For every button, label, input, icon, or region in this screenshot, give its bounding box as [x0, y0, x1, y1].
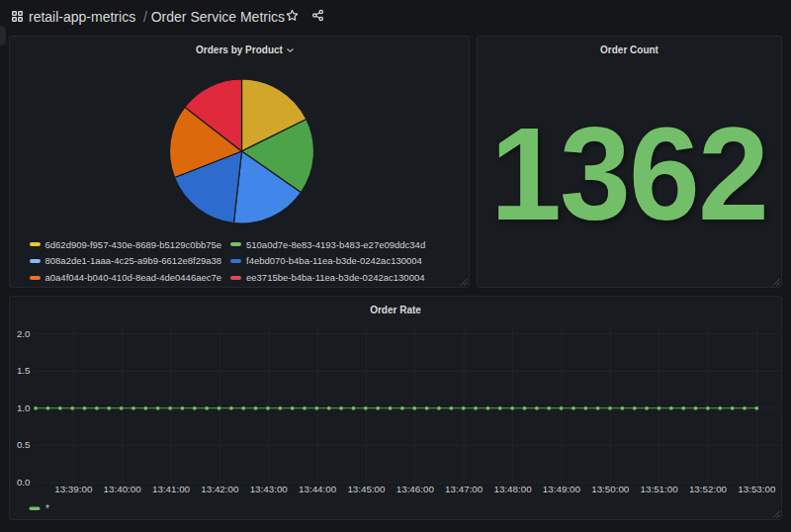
svg-text:13:40:00: 13:40:00: [104, 484, 142, 494]
svg-text:13:49:00: 13:49:00: [543, 484, 581, 494]
svg-text:13:53:00: 13:53:00: [738, 484, 776, 494]
svg-text:13:41:00: 13:41:00: [152, 484, 191, 494]
svg-text:*: *: [45, 503, 49, 514]
svg-text:13:50:00: 13:50:00: [591, 484, 630, 494]
svg-text:13:42:00: 13:42:00: [201, 484, 239, 494]
svg-text:0.0: 0.0: [17, 477, 31, 488]
svg-text:13:48:00: 13:48:00: [493, 484, 532, 494]
svg-text:1.0: 1.0: [17, 402, 31, 413]
svg-text:13:44:00: 13:44:00: [299, 484, 337, 494]
svg-text:13:43:00: 13:43:00: [250, 484, 289, 494]
svg-text:13:52:00: 13:52:00: [689, 484, 728, 494]
svg-text:2.0: 2.0: [17, 328, 31, 339]
svg-text:13:47:00: 13:47:00: [445, 484, 483, 494]
svg-text:13:45:00: 13:45:00: [347, 484, 386, 494]
svg-text:13:39:00: 13:39:00: [54, 484, 93, 494]
svg-text:1.5: 1.5: [17, 365, 31, 376]
svg-text:13:46:00: 13:46:00: [396, 484, 435, 494]
svg-text:13:51:00: 13:51:00: [641, 484, 679, 494]
svg-text:0.5: 0.5: [17, 439, 31, 450]
